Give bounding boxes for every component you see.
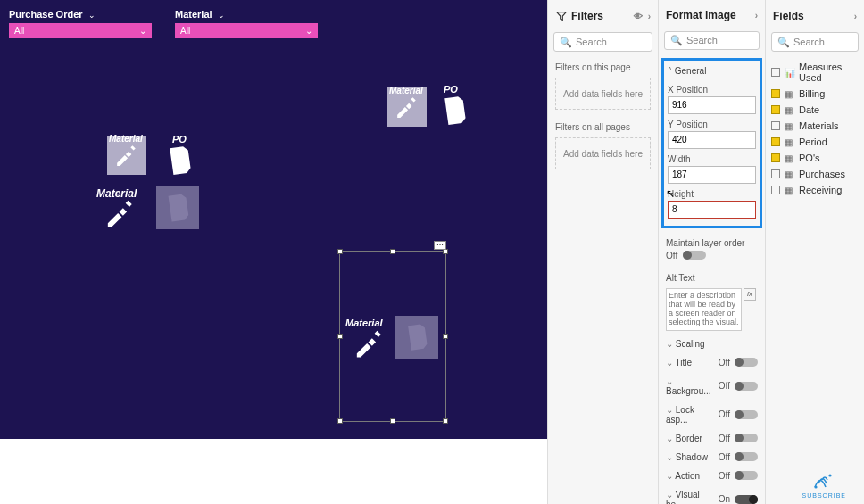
field-receiving[interactable]: ▦Receiving — [769, 182, 860, 198]
format-header: Format image › — [659, 0, 765, 31]
measure-icon: 📊 — [785, 68, 794, 78]
table-icon: ▦ — [785, 169, 794, 179]
fields-search[interactable]: 🔍Search — [771, 32, 859, 52]
maintain-layer-toggle[interactable] — [683, 251, 706, 260]
table-icon: ▦ — [785, 121, 794, 131]
checkbox[interactable] — [771, 169, 780, 178]
chevron-down-icon: ⌄ — [139, 26, 146, 36]
chevron-down-icon: ⌄ — [88, 11, 96, 20]
field-purchases[interactable]: ▦Purchases — [769, 166, 860, 182]
toggle[interactable] — [735, 382, 758, 391]
field-materials[interactable]: ▦Materials — [769, 118, 860, 134]
field-date[interactable]: ▦Date — [769, 102, 860, 118]
material-label: Material — [109, 134, 143, 144]
chevron-up-icon: ˄ — [668, 66, 672, 76]
toggle[interactable] — [735, 410, 758, 419]
chevron-down-icon: ⌄ — [305, 26, 312, 36]
format-search[interactable]: 🔍Search — [664, 31, 760, 50]
toggle[interactable] — [735, 495, 758, 504]
field-measuresused[interactable]: 📊Measures Used — [769, 59, 860, 86]
slicer-purchase-order[interactable]: Purchase Order⌄ All⌄ — [9, 5, 152, 38]
chevron-right-icon[interactable]: › — [755, 11, 758, 21]
table-icon: ▦ — [785, 105, 794, 115]
filters-pane: Filters 👁› 🔍Search Filters on this page … — [547, 0, 658, 504]
hammer-icon — [395, 95, 419, 119]
field-pos[interactable]: ▦PO's — [769, 150, 860, 166]
format-group-visualhe[interactable]: ⌄ Visual he...On — [659, 485, 765, 504]
filter-icon — [555, 10, 568, 22]
fx-button[interactable]: fx — [744, 288, 756, 301]
format-group-lockasp[interactable]: ⌄ Lock asp...Off — [659, 401, 765, 429]
table-icon: ▦ — [785, 186, 794, 195]
format-group-border[interactable]: ⌄ BorderOff — [659, 429, 765, 448]
document-icon — [404, 323, 429, 351]
toggle[interactable] — [735, 452, 758, 461]
format-group-backgrou[interactable]: ⌄ Backgrou...Off — [659, 372, 765, 401]
table-icon: ▦ — [785, 153, 794, 163]
chevron-down-icon: ⌄ — [218, 11, 225, 20]
svg-point-0 — [815, 485, 818, 488]
filters-all-dropzone[interactable]: Add data fields here — [555, 137, 651, 169]
toggle[interactable] — [735, 471, 758, 480]
width-label: Width — [668, 154, 756, 164]
document-icon[interactable] — [441, 95, 468, 127]
format-group-scaling[interactable]: ⌄ Scaling — [659, 335, 765, 353]
search-icon: 🔍 — [670, 35, 683, 46]
slicer-label: Purchase Order — [9, 9, 83, 20]
slicer-dropdown[interactable]: All⌄ — [175, 23, 318, 38]
checkbox[interactable] — [771, 89, 780, 98]
checkbox[interactable] — [771, 186, 780, 194]
maintain-layer-label: Maintain layer order — [666, 238, 758, 248]
field-period[interactable]: ▦Period — [769, 134, 860, 150]
checkbox[interactable] — [771, 68, 780, 77]
slicer-dropdown[interactable]: All⌄ — [9, 23, 152, 38]
toggle[interactable] — [735, 358, 758, 367]
svg-point-1 — [829, 474, 832, 476]
filters-page-dropzone[interactable]: Add data fields here — [555, 78, 651, 110]
field-billing[interactable]: ▦Billing — [769, 86, 860, 102]
material-label: Material — [389, 86, 423, 95]
alt-text-input[interactable] — [666, 288, 742, 331]
checkbox[interactable] — [771, 105, 780, 114]
subscribe-badge[interactable]: SUBSCRIBE — [802, 471, 846, 499]
document-icon — [164, 193, 191, 223]
general-group-header[interactable]: ˄ General — [668, 62, 756, 79]
format-pane: Format image › 🔍Search ˄ General X Posit… — [658, 0, 765, 504]
general-group-highlight: ˄ General X Position Y Position Width He… — [661, 58, 762, 228]
x-position-label: X Position — [668, 85, 756, 95]
format-group-action[interactable]: ⌄ ActionOff — [659, 467, 765, 485]
fields-list: 📊Measures Used▦Billing▦Date▦Materials▦Pe… — [766, 57, 864, 200]
document-icon[interactable] — [166, 145, 193, 177]
hammer-icon — [115, 144, 138, 167]
image-tile-po-dim — [395, 316, 438, 359]
chevron-right-icon[interactable]: › — [648, 12, 651, 21]
checkbox[interactable] — [771, 121, 780, 130]
search-icon: 🔍 — [560, 37, 572, 48]
hammer-icon — [354, 328, 385, 359]
fields-header: Fields › — [766, 0, 864, 32]
format-group-title[interactable]: ⌄ TitleOff — [659, 353, 765, 372]
report-canvas[interactable]: Purchase Order⌄ All⌄ Material⌄ All⌄ Mate… — [0, 0, 547, 439]
eye-icon[interactable]: 👁 — [634, 12, 643, 21]
hammer-icon[interactable] — [105, 198, 136, 228]
y-position-label: Y Position — [668, 120, 756, 129]
x-position-input[interactable] — [668, 96, 756, 114]
height-input[interactable] — [668, 201, 756, 219]
slicer-material[interactable]: Material⌄ All⌄ — [175, 5, 318, 38]
format-group-shadow[interactable]: ⌄ ShadowOff — [659, 448, 765, 467]
checkbox[interactable] — [771, 137, 780, 146]
table-icon: ▦ — [785, 89, 794, 99]
checkbox[interactable] — [771, 153, 780, 162]
toggle[interactable] — [735, 434, 758, 442]
selected-visual[interactable]: ⋯ Material — [339, 251, 446, 422]
filters-on-page-label: Filters on this page — [548, 57, 658, 74]
width-input[interactable] — [668, 166, 756, 184]
visual-options-icon[interactable]: ⋯ — [434, 241, 446, 250]
chevron-right-icon[interactable]: › — [854, 12, 857, 21]
y-position-input[interactable] — [668, 131, 756, 149]
filters-search[interactable]: 🔍Search — [553, 32, 652, 52]
material-label: Material — [345, 318, 383, 328]
po-label: PO — [444, 84, 458, 95]
filters-on-all-label: Filters on all pages — [548, 117, 658, 134]
image-tile-po-dim[interactable] — [156, 186, 199, 229]
